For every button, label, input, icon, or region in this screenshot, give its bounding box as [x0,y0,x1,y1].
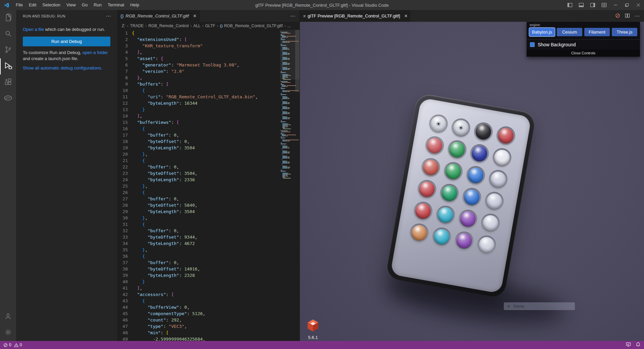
open-file-link[interactable]: Open a file [23,27,44,32]
split-editor-icon[interactable] [625,13,630,19]
tab-gltf-file[interactable]: {} RGB_Remote_Control_GLTF.gltf ✕ [117,10,200,22]
code-line: 28 "byteOffset": 5840, [117,202,280,208]
engine-button-three-js[interactable]: Three.js [612,28,637,36]
source-control-button[interactable] [0,42,16,58]
code-line: 26 { [117,189,280,196]
engine-button-cesium[interactable]: Cesium [557,28,582,36]
code-text: "byteLength": 16344 [132,100,280,106]
breadcrumb-item[interactable]: Z: [122,23,125,28]
menu-file[interactable]: File [13,0,26,10]
customize-layout-icon[interactable] [598,0,610,10]
layout-sidebar-right-icon[interactable] [587,0,598,10]
breadcrumb-item[interactable]: ... [287,23,291,28]
code-text: }, [132,151,280,157]
code-line: 14 ], [117,113,280,119]
close-window-button[interactable] [633,0,644,10]
line-number: 42 [117,291,132,298]
code-text: }, [132,183,280,189]
code-line: 22 "buffer": 0, [117,164,280,170]
remote-button-well [465,164,487,186]
layout-sidebar-left-icon[interactable] [564,0,576,10]
code-text: "buffer": 0, [132,164,280,170]
close-controls-button[interactable]: Close Controls [527,50,640,57]
preview-more-actions-icon[interactable]: ⋯ [635,13,640,19]
breadcrumb-item[interactable]: ALL [193,23,200,28]
code-line: 1{ [117,30,280,36]
line-number: 37 [117,259,132,266]
code-line: 31 { [117,221,280,228]
code-text: { [132,126,280,132]
code-text: "byteOffset": 5840, [132,202,280,208]
tab-gltf-preview[interactable]: ≡ glTF Preview [RGB_Remote_Control_GLTF.… [300,10,411,22]
settings-gear-button[interactable] [0,325,16,341]
menu-run[interactable]: Run [91,0,105,10]
code-line: 45 "componentType": 5126, [117,310,280,317]
extensions-button[interactable] [0,74,16,91]
demo-button[interactable]: Demo [504,302,575,310]
editor-group-code: {} RGB_Remote_Control_GLTF.gltf ✕ ⋯ Z:›T… [117,10,300,341]
menu-terminal[interactable]: Terminal [105,0,127,10]
notifications-bell-icon[interactable] [636,342,641,348]
search-button[interactable] [0,26,16,42]
breadcrumb-item[interactable]: {}RGB_Remote_Control_GLTF.gltf [220,23,283,28]
breadcrumb-item[interactable]: RGB_Remote_Control [148,23,189,28]
menu-edit[interactable]: Edit [26,0,39,10]
code-line: 19 "byteLength": 3504 [117,145,280,151]
remote-indicator-icon[interactable] [626,342,631,348]
remote-control-model[interactable]: ☀☀ [385,93,537,299]
gltf-tools-button[interactable]: glTF [0,91,16,107]
open-folder-link[interactable]: open a folder [83,50,108,55]
editor-scrollbar[interactable] [295,30,300,92]
menu-view[interactable]: View [63,0,79,10]
menu-help[interactable]: Help [127,0,142,10]
preview-tab-close-icon[interactable]: ✕ [404,13,408,18]
line-number: 47 [117,323,132,330]
breadcrumb-separator-icon: › [190,23,192,28]
problems-indicator[interactable]: 0 0 [3,343,22,347]
line-number: 17 [117,132,132,138]
line-number: 19 [117,145,132,151]
tab-close-icon[interactable]: ✕ [193,13,197,18]
line-number: 29 [117,208,132,215]
code-lines[interactable]: 1{2 "extensionsUsed": [3 "KHR_texture_tr… [117,30,280,341]
code-line: 44 "bufferView": 0, [117,304,280,310]
code-line: 12 "byteLength": 16344 [117,100,280,106]
code-line: 13 } [117,106,280,113]
remote-button-r6c3 [455,232,473,250]
breadcrumb-item[interactable]: TRADE [130,23,144,28]
gltf-3d-viewport[interactable]: engine: Babylon.jsCesiumFilamentThree.js… [300,22,644,341]
run-and-debug-button[interactable] [0,58,16,74]
show-debug-configs-link[interactable]: Show all automatic debug configurations. [23,65,102,70]
breadcrumb-item[interactable]: GLTF [205,23,215,28]
remote-button-r6c2 [433,228,450,246]
explorer-button[interactable] [0,10,16,26]
minimize-button[interactable] [610,0,621,10]
remote-button-r6c1 [410,224,428,242]
breadcrumb-separator-icon: › [217,23,218,28]
search-icon [4,30,12,39]
line-number: 44 [117,304,132,310]
layout-panel-icon[interactable] [576,0,587,10]
remote-button-r4c3 [463,188,481,206]
code-text: "buffers": [ [132,81,280,87]
gltf-errors-icon[interactable] [615,13,620,19]
maximize-button[interactable] [621,0,633,10]
line-number: 28 [117,202,132,208]
gltf-outline-icon: ≡ [303,14,306,18]
remote-button-well [416,179,438,200]
menu-go[interactable]: Go [79,0,91,10]
sidebar-more-actions-icon[interactable]: ⋯ [106,13,111,19]
engine-button-filament[interactable]: Filament [584,28,610,36]
run-and-debug-button[interactable]: Run and Debug [23,37,110,46]
line-number: 15 [117,119,132,126]
editor-group-preview: ≡ glTF Preview [RGB_Remote_Control_GLTF.… [300,10,644,341]
line-number: 1 [117,30,132,36]
show-background-checkbox[interactable] [530,42,535,47]
editor-more-actions-icon[interactable]: ⋯ [290,13,296,19]
engine-button-babylon-js[interactable]: Babylon.js [529,28,555,36]
menu-selection[interactable]: Selection [39,0,63,10]
remote-button-well [461,186,483,208]
remote-button-r3c4 [489,170,507,188]
accounts-button[interactable] [0,309,16,325]
remote-button-well [476,234,497,256]
